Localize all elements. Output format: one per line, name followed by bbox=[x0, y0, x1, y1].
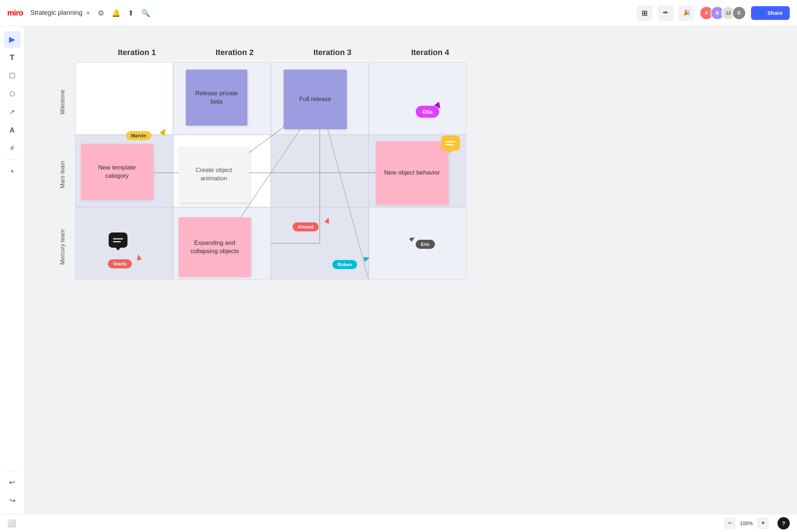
frame-tool[interactable]: # bbox=[4, 140, 21, 156]
comment-bubble-mercury-iter1[interactable] bbox=[109, 233, 127, 248]
help-button[interactable]: ? bbox=[777, 517, 790, 529]
full-release-card[interactable]: Full release bbox=[284, 70, 347, 129]
avatar-4: E bbox=[732, 6, 746, 20]
settings-icon[interactable]: ⚙ bbox=[98, 9, 104, 17]
comment-lines bbox=[113, 238, 123, 242]
new-template-category-card[interactable]: New template category bbox=[81, 144, 153, 200]
notifications-icon[interactable]: 🔔 bbox=[112, 9, 121, 17]
share-upload-icon[interactable]: ⬆ bbox=[128, 9, 134, 17]
col-header-2: Iteration 2 bbox=[186, 48, 284, 57]
row-label-milestone: Milestone bbox=[54, 66, 72, 138]
zoom-in-button[interactable]: + bbox=[757, 518, 769, 529]
col-header-4: Iteration 4 bbox=[381, 48, 479, 57]
right-section: ⊞ ⬲ 🎉 A B 12 E 👤 Share bbox=[637, 5, 790, 21]
board-title: Strategic planning ★ bbox=[30, 9, 91, 17]
header: miro Strategic planning ★ ⚙ 🔔 ⬆ 🔍 ⊞ ⬲ 🎉 … bbox=[0, 0, 797, 26]
share-icon: 👤 bbox=[758, 10, 765, 16]
redo-button[interactable]: ↩ bbox=[4, 492, 21, 509]
toolbar-divider-2 bbox=[7, 471, 18, 471]
select-tool[interactable]: ▶ bbox=[4, 31, 21, 48]
avatar-group: A B 12 E bbox=[700, 6, 746, 20]
row-label-mars: Mars team bbox=[54, 138, 72, 211]
comment-bubble-mars-iter4[interactable] bbox=[441, 135, 460, 151]
zoom-out-button[interactable]: − bbox=[724, 518, 735, 529]
zoom-level: 100% bbox=[740, 520, 753, 526]
header-icons: ⚙ 🔔 ⬆ 🔍 bbox=[98, 9, 150, 17]
canvas[interactable]: Iteration 1 Iteration 2 Iteration 3 Iter… bbox=[25, 26, 797, 514]
ahmed-cursor-label: Ahmed bbox=[293, 222, 319, 231]
board: Iteration 1 Iteration 2 Iteration 3 Iter… bbox=[54, 48, 517, 316]
miro-logo: miro bbox=[7, 8, 23, 18]
left-toolbar: ▶ T ☐ ⬡ ↗ A # » ↩ ↩ bbox=[0, 26, 25, 514]
share-button[interactable]: 👤 Share bbox=[751, 6, 790, 20]
comment-lines-yellow bbox=[445, 141, 456, 145]
text-tool[interactable]: T bbox=[4, 49, 21, 66]
col-header-3: Iteration 3 bbox=[284, 48, 381, 57]
connector-tool[interactable]: ↗ bbox=[4, 104, 21, 120]
release-private-beta-card[interactable]: Release private beta bbox=[186, 70, 247, 126]
toolbar-divider bbox=[7, 159, 18, 160]
bottom-toolbar: ⬜ − 100% + ? bbox=[0, 514, 797, 532]
pen-tool[interactable]: A bbox=[4, 122, 21, 138]
zoom-controls: − 100% + ? bbox=[724, 517, 790, 529]
search-icon[interactable]: 🔍 bbox=[141, 9, 150, 17]
panel-toggle[interactable]: ⬜ bbox=[7, 519, 16, 528]
note-tool[interactable]: ☐ bbox=[4, 67, 21, 84]
ruben-cursor-label: Ruben bbox=[332, 260, 357, 269]
col-header-1: Iteration 1 bbox=[88, 48, 186, 57]
new-object-behavior-card[interactable]: New object behavior bbox=[376, 141, 448, 205]
grid-view-button[interactable]: ⊞ bbox=[637, 5, 653, 21]
create-object-animation-card[interactable]: Create object animation bbox=[179, 146, 249, 202]
more-tools[interactable]: » bbox=[4, 163, 21, 179]
expanding-collapsing-card[interactable]: Expanding and collapsing objects bbox=[179, 217, 251, 277]
shapes-tool[interactable]: ⬡ bbox=[4, 85, 21, 102]
cell-milestone-iter4 bbox=[369, 62, 466, 135]
cursor-tool[interactable]: ⬲ bbox=[658, 5, 674, 21]
cell-mars-iter3 bbox=[271, 135, 369, 207]
eric-cursor-label: Eric bbox=[416, 240, 435, 249]
cell-milestone-iter1 bbox=[75, 62, 173, 135]
favorite-star[interactable]: ★ bbox=[85, 9, 91, 16]
undo-button[interactable]: ↩ bbox=[4, 474, 21, 491]
row-label-mercury: Mercury team bbox=[54, 211, 72, 283]
veerle-cursor-label: Veerle bbox=[108, 259, 132, 268]
celebration-tool[interactable]: 🎉 bbox=[679, 5, 695, 21]
marvin-cursor-label: Marvin bbox=[126, 131, 151, 140]
